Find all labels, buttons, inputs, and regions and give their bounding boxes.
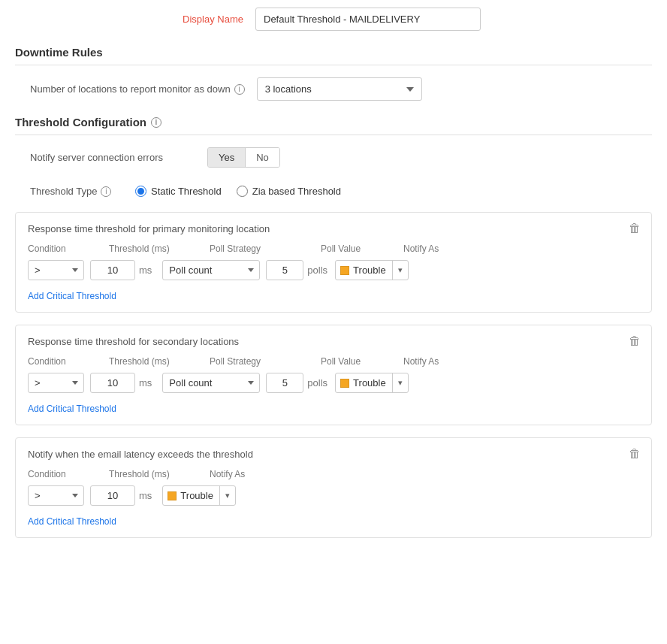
- primary-poll-strategy-header: Poll Strategy: [210, 243, 315, 254]
- primary-threshold-input[interactable]: [90, 260, 135, 280]
- downtime-label: Number of locations to report monitor as…: [30, 83, 245, 95]
- primary-notify-chevron[interactable]: ▾: [393, 262, 408, 279]
- secondary-poll-value-header: Poll Value: [321, 356, 396, 367]
- secondary-col-headers: Condition Threshold (ms) Poll Strategy P…: [28, 356, 639, 367]
- primary-trouble-label: Trouble: [353, 265, 386, 276]
- zia-threshold-radio[interactable]: [237, 186, 248, 197]
- latency-delete-icon[interactable]: 🗑: [629, 447, 641, 461]
- secondary-poll-strategy-select[interactable]: Poll count Poll average: [162, 373, 260, 393]
- primary-condition-header: Condition: [28, 243, 103, 254]
- primary-poll-strategy-select[interactable]: Poll count Poll average: [162, 260, 260, 280]
- primary-col-headers: Condition Threshold (ms) Poll Strategy P…: [28, 243, 639, 254]
- latency-condition-header: Condition: [28, 469, 103, 479]
- locations-select[interactable]: 1 location 2 locations 3 locations 4 loc…: [257, 77, 422, 101]
- primary-polls-label: polls: [307, 265, 327, 276]
- threshold-config-title: Threshold Configuration: [15, 116, 146, 128]
- primary-trouble-color: [340, 266, 349, 275]
- static-threshold-radio[interactable]: [135, 186, 146, 197]
- display-name-label: Display Name: [135, 14, 255, 25]
- threshold-type-radio-group: Static Threshold Zia based Threshold: [135, 186, 341, 197]
- yes-no-group: Yes No: [207, 147, 280, 168]
- secondary-notify-chevron[interactable]: ▾: [393, 374, 408, 392]
- notify-row: Notify server connection errors Yes No: [15, 147, 652, 168]
- downtime-rules-row: Number of locations to report monitor as…: [15, 77, 652, 101]
- location-label-text: Number of locations to report monitor as…: [30, 83, 231, 95]
- latency-data-row: > < = ms Trouble ▾: [28, 485, 639, 506]
- zia-threshold-label: Zia based Threshold: [252, 186, 341, 197]
- primary-poll-value-header: Poll Value: [321, 243, 396, 254]
- primary-trouble-badge: Trouble: [336, 261, 393, 280]
- latency-notify-as-dropdown[interactable]: Trouble ▾: [162, 485, 236, 506]
- primary-data-row: > < = ms Poll count Poll average polls T…: [28, 260, 639, 280]
- secondary-threshold-box: Response time threshold for secondary lo…: [15, 325, 652, 425]
- secondary-condition-select[interactable]: > < =: [28, 373, 84, 393]
- primary-threshold-box: Response time threshold for primary moni…: [15, 212, 652, 313]
- secondary-notify-as-dropdown[interactable]: Trouble ▾: [335, 373, 409, 393]
- secondary-poll-value-input[interactable]: [266, 373, 303, 393]
- secondary-trouble-label: Trouble: [353, 377, 386, 389]
- latency-box-title: Notify when the email latency exceeds th…: [28, 449, 639, 460]
- secondary-condition-header: Condition: [28, 356, 103, 367]
- latency-trouble-color: [168, 491, 177, 500]
- primary-add-critical-link[interactable]: Add Critical Threshold: [28, 291, 116, 301]
- notify-server-label: Notify server connection errors: [30, 152, 195, 163]
- secondary-notify-as-header: Notify As: [403, 356, 524, 367]
- threshold-config-info-icon: i: [151, 117, 161, 128]
- threshold-type-label: Threshold Type i: [30, 186, 135, 197]
- zia-threshold-option[interactable]: Zia based Threshold: [237, 186, 341, 197]
- no-button[interactable]: No: [246, 148, 279, 167]
- latency-threshold-header: Threshold (ms): [109, 469, 199, 479]
- downtime-rules-title: Downtime Rules: [15, 46, 652, 65]
- latency-notify-as-header: Notify As: [210, 469, 330, 479]
- secondary-add-critical-link[interactable]: Add Critical Threshold: [28, 404, 116, 414]
- yes-button[interactable]: Yes: [208, 148, 246, 167]
- latency-add-critical-link[interactable]: Add Critical Threshold: [28, 516, 116, 527]
- secondary-threshold-input[interactable]: [90, 373, 135, 393]
- latency-trouble-badge: Trouble: [163, 486, 220, 505]
- threshold-type-info-icon: i: [101, 186, 111, 197]
- threshold-config-header: Threshold Configuration i: [15, 116, 652, 135]
- latency-ms-label: ms: [139, 490, 152, 501]
- threshold-config-section: Threshold Configuration i Notify server …: [15, 116, 652, 538]
- latency-condition-select[interactable]: > < =: [28, 485, 84, 506]
- display-name-row: Display Name: [15, 8, 652, 31]
- secondary-trouble-color: [340, 379, 349, 388]
- latency-threshold-input[interactable]: [90, 485, 135, 506]
- secondary-ms-label: ms: [139, 377, 152, 389]
- secondary-poll-strategy-header: Poll Strategy: [210, 356, 315, 367]
- primary-threshold-header: Threshold (ms): [109, 243, 199, 254]
- downtime-rules-section: Downtime Rules Number of locations to re…: [15, 46, 652, 101]
- page-container: Display Name Downtime Rules Number of lo…: [0, 0, 667, 568]
- static-threshold-option[interactable]: Static Threshold: [135, 186, 222, 197]
- secondary-delete-icon[interactable]: 🗑: [629, 334, 641, 348]
- primary-notify-as-header: Notify As: [403, 243, 524, 254]
- primary-box-title: Response time threshold for primary moni…: [28, 223, 639, 234]
- secondary-box-title: Response time threshold for secondary lo…: [28, 336, 639, 347]
- latency-trouble-label: Trouble: [180, 490, 213, 501]
- primary-delete-icon[interactable]: 🗑: [629, 222, 641, 235]
- display-name-input[interactable]: [255, 8, 481, 31]
- primary-poll-value-input[interactable]: [266, 260, 303, 280]
- secondary-trouble-badge: Trouble: [336, 373, 393, 392]
- primary-condition-select[interactable]: > < =: [28, 260, 84, 280]
- latency-notify-chevron[interactable]: ▾: [220, 487, 235, 504]
- threshold-type-label-text: Threshold Type: [30, 186, 97, 197]
- threshold-type-row: Threshold Type i Static Threshold Zia ba…: [15, 186, 652, 197]
- static-threshold-label: Static Threshold: [151, 186, 222, 197]
- primary-notify-as-dropdown[interactable]: Trouble ▾: [335, 260, 409, 280]
- latency-col-headers: Condition Threshold (ms) Notify As: [28, 469, 639, 479]
- primary-ms-label: ms: [139, 265, 152, 276]
- secondary-threshold-header: Threshold (ms): [109, 356, 199, 367]
- location-info-icon: i: [234, 84, 245, 95]
- secondary-polls-label: polls: [307, 377, 327, 389]
- secondary-data-row: > < = ms Poll count Poll average polls T…: [28, 373, 639, 393]
- latency-threshold-box: Notify when the email latency exceeds th…: [15, 437, 652, 538]
